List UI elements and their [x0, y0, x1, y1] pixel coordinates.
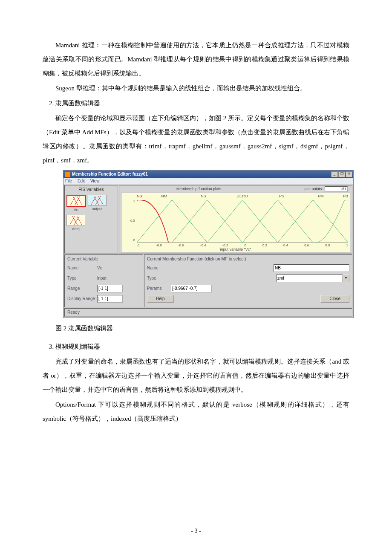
maximize-button[interactable]: ❐: [338, 171, 345, 177]
heading: 2. 隶属函数编辑器: [43, 96, 349, 110]
fis-variables-title: FIS Variables: [66, 187, 116, 192]
paragraph: Options/Format 下可以选择模糊规则不同的格式，默认的是 verbo…: [43, 398, 349, 426]
mf-editor-window: Membership Function Editor: fuzzy01 _ ❐ …: [63, 170, 354, 318]
plot-header-title: Membership function plots: [176, 187, 221, 191]
paragraph: 确定各个变量的论域和显示范围（左下角编辑区内），如图 2 所示。定义每个变量的模…: [43, 111, 349, 168]
minimize-button[interactable]: _: [331, 171, 338, 177]
mf-name-input[interactable]: NB: [274, 264, 349, 272]
close-button-panel[interactable]: Close: [320, 295, 349, 303]
window-controls: _ ❐ ✕: [331, 171, 352, 177]
app-icon: [65, 172, 70, 177]
figure-caption: 图 2 隶属函数编辑器: [43, 321, 349, 335]
status-bar: Ready: [64, 308, 352, 317]
fis-var-output[interactable]: output: [88, 195, 107, 212]
heading: 3. 模糊规则编辑器: [43, 340, 349, 354]
fis-var-dotq[interactable]: dotq: [66, 215, 85, 231]
mf-type-select[interactable]: zmf ▾: [276, 275, 349, 282]
fis-var-vc[interactable]: Vc: [66, 195, 85, 212]
range-input[interactable]: [-1 1]: [97, 285, 123, 292]
window-title: Membership Function Editor: fuzzy01: [72, 172, 148, 177]
menu-view[interactable]: View: [90, 179, 100, 183]
display-range-input[interactable]: [-1 1]: [97, 295, 123, 303]
help-button[interactable]: Help: [147, 295, 174, 303]
current-variable-panel: Current Variable Name Vc Type input Rang…: [64, 254, 143, 307]
menubar: File Edit View: [63, 178, 353, 184]
svg-rect-3: [168, 242, 169, 243]
mf-plot-area[interactable]: NB NM NS ZERO PS PM PB 1 0.5 0: [121, 193, 350, 252]
plot-points-label: plot points:: [304, 187, 323, 191]
paragraph: Mamdani 推理：一种在模糊控制中普遍使用的方法，它本质上仍然是一种合成推理…: [43, 38, 349, 81]
plot-points-input[interactable]: 181: [325, 186, 348, 192]
svg-rect-2: [137, 200, 138, 201]
menu-file[interactable]: File: [65, 179, 72, 183]
titlebar: Membership Function Editor: fuzzy01 _ ❐ …: [63, 171, 353, 178]
document-page: Mamdani 推理：一种在模糊控制中普遍使用的方法，它本质上仍然是一种合成推理…: [0, 0, 392, 555]
x-axis-label: input variable "Vc": [121, 247, 350, 252]
paragraph: Sugeon 型推理：其中每个规则的结果是输入的线性组合，而输出是结果的加权线性…: [43, 81, 349, 95]
menu-edit[interactable]: Edit: [78, 179, 85, 183]
paragraph: 完成了对变量的命名，隶属函数也有了适当的形状和名字，就可以编辑模糊规则。选择连接…: [43, 355, 349, 397]
current-mf-panel: Current Membership Function (click on MF…: [144, 254, 352, 307]
mf-plot-panel: Membership function plots plot points: 1…: [119, 185, 352, 254]
close-button[interactable]: ✕: [346, 171, 352, 177]
page-number: - 3 -: [0, 525, 392, 538]
mf-params-input[interactable]: [-0.9667 -0.7]: [171, 285, 212, 292]
chevron-down-icon: ▾: [343, 275, 349, 282]
fis-variables-panel: FIS Variables Vc output dotq: [64, 185, 118, 254]
